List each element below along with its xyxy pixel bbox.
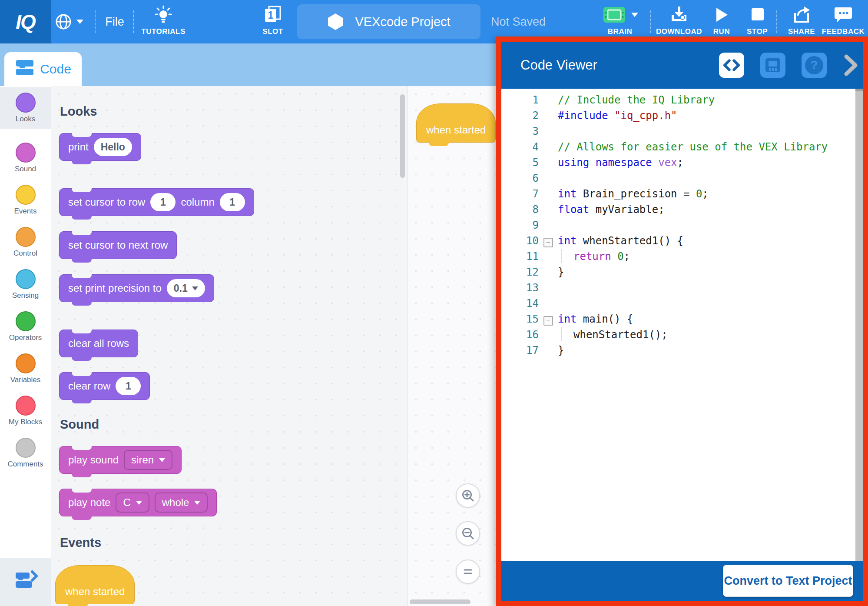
block-play-note[interactable]: play note C whole bbox=[59, 489, 217, 516]
code-viewer-footer: Convert to Text Project bbox=[501, 561, 863, 601]
row-value-input[interactable]: 1 bbox=[150, 193, 176, 211]
project-name-button[interactable]: VEXcode Project bbox=[297, 4, 480, 39]
block-label: play sound bbox=[68, 454, 119, 466]
brain-device-icon bbox=[764, 57, 782, 73]
zoom-in-button[interactable] bbox=[456, 483, 480, 508]
code-viewer-panel: Code Viewer ? 1// Include the IQ Library… bbox=[496, 37, 868, 606]
block-print[interactable]: print Hello bbox=[59, 133, 141, 161]
code-line: 14 bbox=[501, 296, 863, 311]
file-menu[interactable]: File bbox=[101, 0, 129, 43]
precision-dropdown[interactable]: 0.1 bbox=[167, 279, 205, 297]
sidebar-item-variables[interactable]: Variables bbox=[0, 348, 51, 390]
category-sidebar: Looks Sound Events Control Sensing Opera… bbox=[0, 86, 51, 606]
svg-text:1: 1 bbox=[268, 10, 274, 21]
vex-iq-logo: IQ bbox=[0, 0, 51, 43]
tutorials-button[interactable]: TUTORIALS bbox=[139, 3, 187, 41]
palette-section-sound: Sound bbox=[60, 417, 99, 432]
events-category-icon bbox=[16, 185, 36, 205]
sidebar-item-events[interactable]: Events bbox=[0, 179, 51, 221]
dropdown-caret-icon bbox=[194, 501, 200, 505]
block-label: column bbox=[181, 196, 214, 208]
stop-button[interactable]: STOP bbox=[735, 3, 779, 41]
tab-code-label: Code bbox=[40, 62, 71, 77]
convert-to-text-button[interactable]: Convert to Text Project bbox=[723, 565, 853, 597]
fold-collapse-icon[interactable]: − bbox=[543, 238, 553, 247]
block-set-print-precision[interactable]: set print precision to 0.1 bbox=[59, 274, 214, 302]
fold-collapse-icon[interactable]: − bbox=[543, 316, 553, 326]
block-clear-all-rows[interactable]: clear all rows bbox=[59, 330, 138, 357]
block-play-sound[interactable]: play sound siren bbox=[59, 446, 182, 474]
sidebar-item-control[interactable]: Control bbox=[0, 221, 51, 263]
code-line: 9 bbox=[501, 217, 863, 233]
help-button[interactable]: ? bbox=[802, 53, 827, 78]
sound-value: siren bbox=[131, 454, 154, 466]
sidebar-item-sound[interactable]: Sound bbox=[0, 137, 51, 179]
print-value-input[interactable]: Hello bbox=[94, 138, 132, 156]
note-dropdown[interactable]: C bbox=[116, 493, 149, 513]
code-line: 15−int main() { bbox=[501, 311, 863, 327]
lightbulb-icon bbox=[153, 3, 173, 26]
collapse-palette-button[interactable] bbox=[12, 569, 39, 595]
block-label: clear row bbox=[68, 380, 110, 392]
brain-button[interactable]: BRAIN bbox=[594, 3, 646, 41]
block-label: clear all rows bbox=[68, 337, 129, 350]
brain-icon bbox=[602, 5, 627, 24]
code-line: 12} bbox=[501, 264, 863, 280]
share-button[interactable]: SHARE bbox=[779, 3, 825, 41]
sidebar-item-looks[interactable]: Looks bbox=[0, 87, 51, 129]
block-set-cursor-next-row[interactable]: set cursor to next row bbox=[59, 231, 177, 259]
sound-category-icon bbox=[16, 143, 36, 163]
code-line: 13 bbox=[501, 280, 863, 296]
slot-button[interactable]: 1 SLOT bbox=[249, 3, 297, 41]
palette-section-looks: Looks bbox=[60, 104, 97, 119]
zoom-reset-button[interactable] bbox=[456, 559, 480, 584]
feedback-button[interactable]: FEEDBACK bbox=[818, 3, 868, 41]
brain-monitor-button[interactable] bbox=[760, 53, 785, 78]
duration-dropdown[interactable]: whole bbox=[155, 493, 208, 513]
sidebar-item-my-blocks[interactable]: My Blocks bbox=[0, 390, 51, 432]
collapse-panel-chevron[interactable] bbox=[843, 53, 859, 78]
download-button[interactable]: DOWNLOAD bbox=[655, 3, 703, 41]
tab-code[interactable]: Code bbox=[4, 52, 82, 86]
code-editor[interactable]: 1// Include the IQ Library 2#include "iq… bbox=[501, 89, 863, 561]
code-view-toggle-button[interactable] bbox=[719, 53, 744, 78]
block-label: when started bbox=[65, 586, 125, 598]
clear-row-value-input[interactable]: 1 bbox=[116, 377, 141, 395]
sensing-category-icon bbox=[16, 269, 36, 289]
block-set-cursor-row-column[interactable]: set cursor to row 1 column 1 bbox=[59, 188, 254, 216]
code-line: 1// Include the IQ Library bbox=[501, 92, 863, 108]
block-when-started-palette[interactable]: when started bbox=[55, 565, 135, 604]
chevron-right-icon bbox=[843, 53, 859, 78]
comments-category-icon bbox=[16, 438, 36, 458]
slot-icon: 1 bbox=[262, 3, 283, 26]
palette-collapse-footer bbox=[0, 558, 51, 606]
canvas-horizontal-scrollbar[interactable] bbox=[410, 599, 470, 604]
sidebar-item-comments[interactable]: Comments bbox=[0, 432, 51, 474]
code-line: 16whenStarted1(); bbox=[501, 327, 863, 343]
palette-scrollbar[interactable] bbox=[400, 94, 405, 178]
hexagon-icon bbox=[327, 13, 344, 31]
zoom-in-icon bbox=[461, 489, 475, 503]
sidebar-item-operators[interactable]: Operators bbox=[0, 306, 51, 348]
indent-guide bbox=[561, 327, 562, 341]
stop-icon bbox=[749, 3, 766, 26]
code-line: 17} bbox=[501, 343, 863, 358]
block-when-started-canvas[interactable]: when started bbox=[416, 103, 496, 143]
sound-dropdown[interactable]: siren bbox=[124, 450, 172, 470]
block-print-label: print bbox=[68, 141, 89, 153]
column-value-input[interactable]: 1 bbox=[220, 193, 245, 211]
language-selector[interactable] bbox=[51, 0, 86, 43]
block-label: set print precision to bbox=[68, 282, 162, 294]
code-line: 5using namespace vex; bbox=[501, 155, 863, 170]
dropdown-caret-icon bbox=[136, 501, 142, 505]
code-line: 6 bbox=[501, 170, 863, 186]
block-label: when started bbox=[426, 124, 486, 136]
zoom-out-button[interactable] bbox=[456, 521, 480, 546]
block-clear-row[interactable]: clear row 1 bbox=[59, 372, 150, 400]
sidebar-item-sensing[interactable]: Sensing bbox=[0, 263, 51, 306]
toolbar-divider bbox=[776, 10, 777, 33]
indent-guide bbox=[561, 249, 562, 263]
toolbar-divider bbox=[95, 10, 96, 33]
code-line: 3 bbox=[501, 123, 863, 139]
code-viewer-scrollbar[interactable] bbox=[855, 89, 863, 561]
